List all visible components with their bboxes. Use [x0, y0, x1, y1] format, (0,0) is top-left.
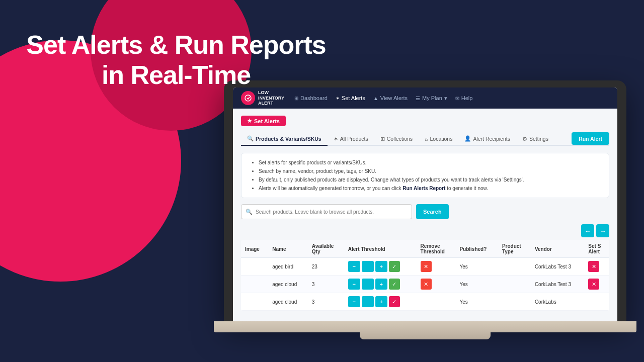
threshold-value	[362, 296, 374, 307]
col-vendor: Vendor	[531, 240, 584, 258]
cell-threshold: − + ✓	[344, 276, 417, 293]
tab-settings[interactable]: ⚙ Settings	[516, 132, 554, 146]
decrease-threshold-button[interactable]: −	[348, 261, 360, 272]
info-bullet-4: Alerts will be automatically generated t…	[259, 184, 601, 193]
col-available-qty: AvailableQty	[308, 240, 344, 258]
increase-threshold-button[interactable]: +	[375, 296, 387, 307]
cell-name: aged cloud	[268, 276, 308, 293]
cell-vendor: CorkLabs Test 3	[531, 258, 584, 276]
confirm-threshold-button[interactable]: ✓	[389, 296, 400, 307]
decrease-threshold-button[interactable]: −	[348, 296, 360, 307]
search-input-wrap[interactable]: 🔍	[241, 204, 412, 219]
set-alerts-icon: ✶	[336, 96, 340, 101]
col-image: Image	[241, 240, 268, 258]
set-alert-toggle[interactable]: ✕	[588, 261, 599, 272]
cell-vendor: CorkLabs Test 3	[531, 276, 584, 293]
laptop-mockup: LOWINVENTORYALERT ⊞ Dashboard ✶ Set Aler…	[206, 80, 644, 339]
nav-item-set-alerts[interactable]: ✶ Set Alerts	[336, 95, 365, 101]
cell-product-type	[498, 258, 531, 276]
nav-item-view-alerts[interactable]: ▲ View Alerts	[373, 95, 408, 101]
my-plan-icon: ☰	[416, 96, 420, 101]
pagination-row: ← →	[241, 224, 609, 237]
app-logo: LOWINVENTORYALERT	[241, 90, 284, 106]
nav-item-my-plan[interactable]: ☰ My Plan ▾	[416, 95, 447, 102]
increase-threshold-button[interactable]: +	[375, 261, 387, 272]
search-tab-icon: 🔍	[247, 135, 254, 142]
recipients-tab-icon: 👤	[464, 135, 471, 142]
settings-tab-icon: ⚙	[522, 136, 527, 142]
cell-remove-threshold	[417, 293, 456, 311]
tab-products-variants[interactable]: 🔍 Products & Variants/SKUs	[241, 132, 328, 146]
threshold-value	[362, 261, 374, 272]
col-name: Name	[268, 240, 308, 258]
cell-threshold: − + ✓	[344, 258, 417, 276]
cell-remove-threshold: ✕	[417, 258, 456, 276]
col-published: Published?	[455, 240, 498, 258]
star-icon: ★	[247, 118, 252, 124]
confirm-threshold-button[interactable]: ✓	[389, 279, 400, 290]
info-bullet-1: Set alerts for specific products or vari…	[259, 158, 601, 167]
confirm-threshold-button[interactable]: ✓	[389, 261, 400, 272]
app-content-area: ★ Set Alerts 🔍 Products & Variants/SKUs …	[233, 109, 617, 321]
cell-product-type	[498, 293, 531, 311]
nav-item-dashboard[interactable]: ⊞ Dashboard	[294, 95, 328, 101]
cell-vendor: CorkLabs	[531, 293, 584, 311]
cell-image	[241, 276, 268, 293]
col-remove-threshold: RemoveThreshold	[417, 240, 456, 258]
logo-icon	[241, 91, 255, 105]
locations-tab-icon: ⌂	[425, 136, 428, 142]
laptop-screen-bezel: LOWINVENTORYALERT ⊞ Dashboard ✶ Set Aler…	[224, 80, 626, 321]
collections-tab-icon: ⊞	[380, 136, 385, 142]
tab-alert-recipients[interactable]: 👤 Alert Recipients	[458, 132, 516, 146]
app-navbar: LOWINVENTORYALERT ⊞ Dashboard ✶ Set Aler…	[233, 87, 617, 109]
info-bullets-list: Set alerts for specific products or vari…	[250, 158, 601, 193]
products-table: Image Name AvailableQty Alert Threshold …	[241, 240, 609, 311]
increase-threshold-button[interactable]: +	[375, 279, 387, 290]
info-bullet-2: Search by name, vendor, product type, ta…	[259, 167, 601, 175]
col-product-type: ProductType	[498, 240, 531, 258]
table-row: aged bird 23 − + ✓	[241, 258, 609, 276]
page-title-badge: ★ Set Alerts	[241, 116, 286, 126]
tab-bar: 🔍 Products & Variants/SKUs ✶ All Product…	[241, 132, 609, 146]
search-button[interactable]: Search	[416, 204, 449, 219]
cell-product-type	[498, 276, 531, 293]
laptop-screen: LOWINVENTORYALERT ⊞ Dashboard ✶ Set Aler…	[233, 87, 617, 321]
star-tab-icon: ✶	[334, 136, 338, 142]
cell-published: Yes	[455, 258, 498, 276]
table-row: aged cloud 3 − + ✓	[241, 276, 609, 293]
headline-section: Set Alerts & Run Reports in Real-Time	[0, 30, 352, 90]
remove-threshold-button[interactable]: ✕	[421, 261, 432, 272]
cell-image	[241, 293, 268, 311]
cell-name: aged cloud	[268, 293, 308, 311]
search-input[interactable]	[256, 209, 408, 215]
next-page-button[interactable]: →	[596, 224, 609, 237]
tab-locations[interactable]: ⌂ Locations	[419, 132, 458, 146]
laptop-base	[214, 321, 636, 332]
cell-set-alert: ✕	[584, 258, 609, 276]
cell-remove-threshold: ✕	[417, 276, 456, 293]
threshold-value	[362, 279, 374, 290]
cell-qty: 23	[308, 258, 344, 276]
cell-threshold: − + ✓	[344, 293, 417, 311]
run-alert-button[interactable]: Run Alert	[572, 132, 609, 145]
set-alert-toggle[interactable]: ✕	[588, 279, 599, 290]
nav-item-help[interactable]: ✉ Help	[455, 95, 473, 101]
logo-text: LOWINVENTORYALERT	[258, 90, 284, 106]
col-alert-threshold: Alert Threshold	[344, 240, 417, 258]
info-bullets-panel: Set alerts for specific products or vari…	[241, 153, 609, 198]
decrease-threshold-button[interactable]: −	[348, 279, 360, 290]
cell-qty: 3	[308, 276, 344, 293]
svg-point-0	[245, 95, 251, 101]
main-headline: Set Alerts & Run Reports in Real-Time	[20, 30, 332, 90]
dashboard-icon: ⊞	[294, 96, 298, 101]
search-row: 🔍 Search	[241, 204, 609, 219]
cell-set-alert	[584, 293, 609, 311]
view-alerts-icon: ▲	[373, 96, 378, 101]
tab-collections[interactable]: ⊞ Collections	[374, 132, 419, 146]
tab-all-products[interactable]: ✶ All Products	[328, 132, 374, 146]
info-bullet-3: By default, only published products are …	[259, 175, 601, 184]
remove-threshold-button[interactable]: ✕	[421, 279, 432, 290]
nav-items: ⊞ Dashboard ✶ Set Alerts ▲ View Alerts ☰…	[294, 95, 609, 102]
prev-page-button[interactable]: ←	[581, 224, 594, 237]
cell-name: aged bird	[268, 258, 308, 276]
